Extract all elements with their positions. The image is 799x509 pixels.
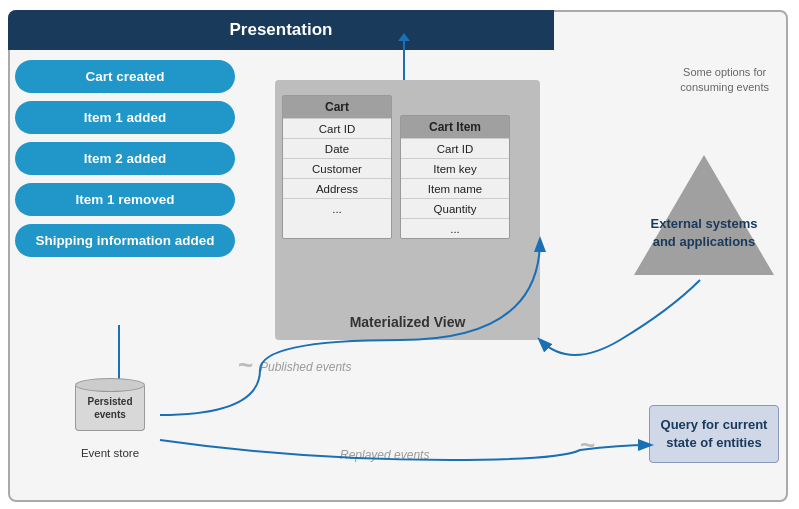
published-events-label: Published events xyxy=(260,360,351,374)
event-item1-removed: Item 1 removed xyxy=(15,183,235,216)
presentation-title: Presentation xyxy=(230,20,333,40)
replayed-events-label: Replayed events xyxy=(340,448,429,462)
cart-table-header: Cart xyxy=(283,96,391,118)
presentation-bar: Presentation xyxy=(8,10,554,50)
cart-row-3: Address xyxy=(283,178,391,198)
cart-item-row-4: ... xyxy=(401,218,509,238)
tables-container: Cart Cart ID Date Customer Address ... C… xyxy=(282,95,537,239)
event-cart-created: Cart created xyxy=(15,60,235,93)
cart-item-row-1: Item key xyxy=(401,158,509,178)
events-column: Cart created Item 1 added Item 2 added I… xyxy=(15,60,250,257)
cart-item-row-0: Cart ID xyxy=(401,138,509,158)
triangle-container: External systems and applications xyxy=(634,155,774,275)
cylinder-top xyxy=(75,378,145,392)
arrow-events-to-store xyxy=(118,325,120,380)
cylinder-body: Persisted events xyxy=(75,386,145,431)
query-box: Query for current state of entities xyxy=(649,405,779,463)
tilde-replayed: ~ xyxy=(580,430,595,461)
main-container: Presentation Cart created Item 1 added I… xyxy=(0,0,799,509)
cylinder-text: Persisted events xyxy=(76,395,144,421)
cart-row-1: Date xyxy=(283,138,391,158)
event-store-label: Event store xyxy=(81,447,139,459)
event-item2-added: Item 2 added xyxy=(15,142,235,175)
cart-item-row-3: Quantity xyxy=(401,198,509,218)
cart-item-row-2: Item name xyxy=(401,178,509,198)
mat-view-label: Materialized View xyxy=(350,314,466,330)
cart-row-2: Customer xyxy=(283,158,391,178)
arrow-up-mat-view xyxy=(403,40,405,82)
cart-table: Cart Cart ID Date Customer Address ... xyxy=(282,95,392,239)
cart-row-4: ... xyxy=(283,198,391,218)
tilde-published: ~ xyxy=(238,350,253,381)
cart-item-table: Cart Item Cart ID Item key Item name Qua… xyxy=(400,115,510,239)
event-store-container: Persisted events Event store xyxy=(75,378,145,459)
cart-row-0: Cart ID xyxy=(283,118,391,138)
cart-item-table-header: Cart Item xyxy=(401,116,509,138)
cylinder: Persisted events xyxy=(75,378,145,443)
some-options-text: Some options forconsuming events xyxy=(680,65,769,96)
event-shipping-added: Shipping information added xyxy=(15,224,235,257)
event-item1-added: Item 1 added xyxy=(15,101,235,134)
triangle-text: External systems and applications xyxy=(649,215,759,251)
